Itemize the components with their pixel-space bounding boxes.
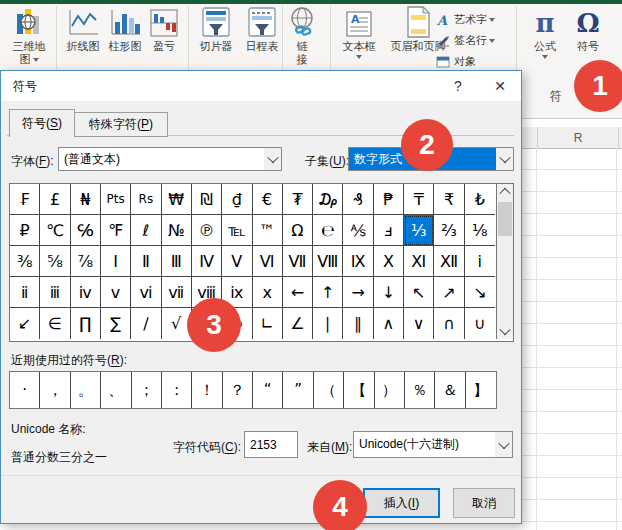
symbol-cell[interactable]: ₺ <box>465 184 495 215</box>
scrollbar[interactable] <box>496 184 513 339</box>
symbol-cell[interactable]: Rs <box>131 184 161 215</box>
symbol-cell[interactable]: Ⅹ <box>374 246 404 277</box>
symbol-cell[interactable]: ⅞ <box>71 246 101 277</box>
ribbon-button-link[interactable]: 链接 <box>286 4 318 66</box>
symbol-cell[interactable]: ∨ <box>404 308 434 339</box>
symbol-cell[interactable]: ₦ <box>71 184 101 215</box>
cancel-button[interactable]: 取消 <box>453 488 515 518</box>
symbol-cell[interactable]: ∟ <box>253 308 283 339</box>
tab-symbols[interactable]: 符号(S) <box>9 109 75 137</box>
ribbon-button-line-chart[interactable]: 折线图 <box>60 4 106 53</box>
ribbon-button-wordart[interactable]: A 艺术字 <box>436 10 520 29</box>
font-dropdown[interactable]: (普通文本) <box>58 147 282 171</box>
symbol-cell[interactable]: ⅎ <box>374 215 404 246</box>
symbol-cell[interactable]: ℡ <box>222 215 252 246</box>
symbol-cell[interactable]: ₽ <box>10 215 40 246</box>
symbol-cell[interactable]: Ⅷ <box>313 246 343 277</box>
symbol-cell[interactable]: ∏ <box>71 308 101 339</box>
recent-symbol-cell[interactable]: ？ <box>223 372 253 408</box>
ribbon-button-timeline[interactable]: 日程表 <box>238 4 286 53</box>
symbol-cell[interactable]: ⅲ <box>40 277 70 308</box>
recent-symbol-cell[interactable]: 】 <box>466 372 496 408</box>
scrollbar-thumb[interactable] <box>498 202 512 236</box>
symbol-cell[interactable]: ∕ <box>131 308 161 339</box>
symbol-cell[interactable]: Ⅸ <box>343 246 373 277</box>
symbol-cell[interactable]: ₩ <box>162 184 192 215</box>
scroll-up-icon[interactable] <box>497 184 513 200</box>
recent-symbol-cell[interactable]: ， <box>40 372 70 408</box>
symbol-cell[interactable]: ∧ <box>374 308 404 339</box>
symbol-cell[interactable]: ∠ <box>283 308 313 339</box>
symbol-cell[interactable]: ℅ <box>71 215 101 246</box>
symbol-cell[interactable]: ⅜ <box>10 246 40 277</box>
scroll-down-icon[interactable] <box>497 323 513 339</box>
close-icon[interactable]: ✕ <box>483 71 517 101</box>
symbol-cell[interactable]: ↑ <box>313 277 343 308</box>
symbol-cell[interactable]: ℃ <box>40 215 70 246</box>
symbol-cell[interactable]: ₪ <box>192 184 222 215</box>
recent-symbol-cell[interactable]: ＆ <box>435 372 465 408</box>
recent-symbol-cell[interactable]: （ <box>314 372 344 408</box>
recent-symbol-cell[interactable]: ％ <box>405 372 435 408</box>
ribbon-button-object[interactable]: 对象 <box>436 52 520 71</box>
recent-symbol-cell[interactable]: ” <box>283 372 313 408</box>
symbol-cell[interactable]: ₱ <box>374 184 404 215</box>
symbol-cell[interactable]: ₣ <box>10 184 40 215</box>
recent-symbol-cell[interactable]: ； <box>132 372 162 408</box>
tab-special-characters[interactable]: 特殊字符(P) <box>74 112 168 137</box>
symbol-cell[interactable]: Ⅶ <box>283 246 313 277</box>
symbol-cell[interactable]: ⅰ <box>465 246 495 277</box>
symbol-cell[interactable]: № <box>162 215 192 246</box>
symbol-cell[interactable]: ⅴ <box>101 277 131 308</box>
symbol-cell[interactable]: ⅓ <box>404 215 434 246</box>
symbol-cell[interactable]: Ⅲ <box>162 246 192 277</box>
symbol-cell[interactable]: ↘ <box>465 277 495 308</box>
symbol-cell[interactable]: ℗ <box>192 215 222 246</box>
symbol-cell[interactable]: ℓ <box>131 215 161 246</box>
symbol-cell[interactable]: ™ <box>253 215 283 246</box>
recent-symbol-cell[interactable]: 。 <box>71 372 101 408</box>
symbol-cell[interactable]: → <box>343 277 373 308</box>
symbol-cell[interactable]: ∣ <box>313 308 343 339</box>
symbol-cell[interactable]: ⅵ <box>131 277 161 308</box>
symbol-cell[interactable]: ⅹ <box>253 277 283 308</box>
char-code-input[interactable]: 2153 <box>244 431 298 458</box>
symbol-cell[interactable]: ₯ <box>313 184 343 215</box>
ribbon-button-slicer[interactable]: 切片器 <box>192 4 240 53</box>
symbol-cell[interactable]: ⅶ <box>162 277 192 308</box>
symbol-cell[interactable]: ↖ <box>404 277 434 308</box>
symbol-cell[interactable]: ⅱ <box>10 277 40 308</box>
dropdown-arrow-icon[interactable] <box>264 148 281 170</box>
symbol-cell[interactable]: ⅍ <box>343 215 373 246</box>
symbol-cell[interactable]: ⅛ <box>465 215 495 246</box>
symbol-cell[interactable]: ⅔ <box>434 215 464 246</box>
dropdown-arrow-icon[interactable] <box>496 148 513 170</box>
help-button[interactable]: ? <box>441 71 475 101</box>
symbol-cell[interactable]: ∩ <box>434 308 464 339</box>
recent-symbol-cell[interactable]: · <box>10 372 40 408</box>
recent-symbol-cell[interactable]: ） <box>375 372 405 408</box>
ribbon-button-winloss[interactable]: 盈亏 <box>144 4 184 53</box>
symbol-cell[interactable]: ∈ <box>40 308 70 339</box>
symbol-cell[interactable]: ∥ <box>343 308 373 339</box>
symbol-cell[interactable]: ↗ <box>434 277 464 308</box>
column-header-R[interactable]: R <box>537 127 619 148</box>
symbol-cell[interactable]: ℮ <box>313 215 343 246</box>
recent-symbol-cell[interactable]: ！ <box>192 372 222 408</box>
symbol-cell[interactable]: ₮ <box>283 184 313 215</box>
from-dropdown[interactable]: Unicode(十六进制) <box>353 431 513 458</box>
symbol-cell[interactable]: Ⅴ <box>222 246 252 277</box>
symbol-cell[interactable]: € <box>253 184 283 215</box>
symbol-cell[interactable]: Ⅱ <box>131 246 161 277</box>
symbol-cell[interactable]: ℉ <box>101 215 131 246</box>
symbol-cell[interactable]: £ <box>40 184 70 215</box>
symbol-cell[interactable]: ₫ <box>222 184 252 215</box>
symbol-cell[interactable]: ↓ <box>374 277 404 308</box>
symbol-cell[interactable]: ⅝ <box>40 246 70 277</box>
recent-symbol-cell[interactable]: 、 <box>101 372 131 408</box>
symbol-cell[interactable]: ₹ <box>434 184 464 215</box>
symbol-cell[interactable]: Ⅳ <box>192 246 222 277</box>
symbol-cell[interactable]: ↙ <box>10 308 40 339</box>
symbol-cell[interactable]: Ⅵ <box>253 246 283 277</box>
ribbon-button-textbox[interactable]: A 文本框 <box>336 4 382 59</box>
